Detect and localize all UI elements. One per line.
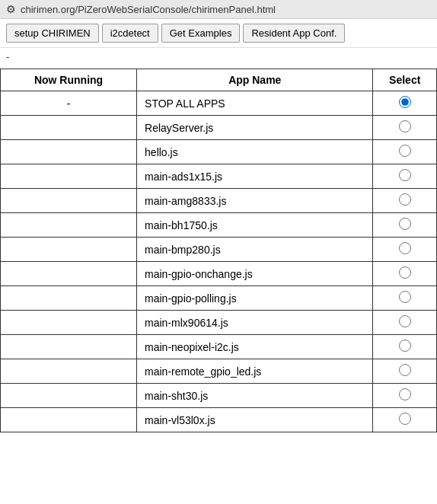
select-radio[interactable] xyxy=(399,266,411,279)
table-row: main-mlx90614.js xyxy=(1,311,437,335)
cell-now-running xyxy=(1,335,137,359)
cell-select[interactable] xyxy=(373,213,437,238)
header-select: Select xyxy=(373,69,437,91)
header-app-name: App Name xyxy=(137,69,373,91)
cell-select[interactable] xyxy=(373,286,437,311)
cell-now-running xyxy=(1,164,137,189)
table-row: main-bh1750.js xyxy=(1,213,437,238)
title-bar: ⚙ chirimen.org/PiZeroWebSerialConsole/ch… xyxy=(0,0,437,19)
select-radio[interactable] xyxy=(399,145,411,157)
cell-now-running xyxy=(1,408,137,432)
page-url: chirimen.org/PiZeroWebSerialConsole/chir… xyxy=(21,4,276,15)
select-radio[interactable] xyxy=(399,218,411,230)
cell-app-name: main-gpio-polling.js xyxy=(137,286,373,311)
cell-app-name: main-amg8833.js xyxy=(137,189,373,213)
table-row: main-gpio-onchange.js xyxy=(1,262,437,286)
table-row: main-sht30.js xyxy=(1,384,437,408)
cell-now-running: - xyxy=(1,91,137,116)
cell-now-running xyxy=(1,384,137,408)
cell-select[interactable] xyxy=(373,238,437,262)
cell-select[interactable] xyxy=(373,91,437,116)
select-radio[interactable] xyxy=(399,364,411,376)
cell-now-running xyxy=(1,238,137,262)
cell-app-name: main-mlx90614.js xyxy=(137,311,373,335)
table-row: main-remote_gpio_led.js xyxy=(1,359,437,384)
cell-select[interactable] xyxy=(373,335,437,359)
cell-app-name: STOP ALL APPS xyxy=(137,91,373,116)
cell-app-name: main-bmp280.js xyxy=(137,238,373,262)
cell-app-name: main-neopixel-i2c.js xyxy=(137,335,373,359)
select-radio[interactable] xyxy=(399,291,411,303)
cell-select[interactable] xyxy=(373,189,437,213)
cell-now-running xyxy=(1,286,137,311)
select-radio[interactable] xyxy=(399,242,411,254)
dash-separator: - xyxy=(0,48,437,65)
table-row: main-ads1x15.js xyxy=(1,164,437,189)
cell-select[interactable] xyxy=(373,164,437,189)
get-examples-button[interactable]: Get Examples xyxy=(161,24,241,43)
settings-icon: ⚙ xyxy=(6,3,16,15)
select-radio[interactable] xyxy=(399,388,411,400)
cell-app-name: main-bh1750.js xyxy=(137,213,373,238)
cell-now-running xyxy=(1,189,137,213)
cell-select[interactable] xyxy=(373,408,437,432)
select-radio[interactable] xyxy=(399,315,411,327)
table-row: main-neopixel-i2c.js xyxy=(1,335,437,359)
table-row: main-gpio-polling.js xyxy=(1,286,437,311)
select-radio[interactable] xyxy=(399,413,411,425)
select-radio[interactable] xyxy=(399,193,411,206)
cell-select[interactable] xyxy=(373,359,437,384)
header-now-running: Now Running xyxy=(1,69,137,91)
cell-now-running xyxy=(1,140,137,164)
select-radio[interactable] xyxy=(399,96,411,108)
select-radio[interactable] xyxy=(399,340,411,352)
select-radio[interactable] xyxy=(399,169,411,181)
cell-select[interactable] xyxy=(373,384,437,408)
cell-app-name: main-ads1x15.js xyxy=(137,164,373,189)
cell-now-running xyxy=(1,116,137,140)
select-radio[interactable] xyxy=(399,120,411,132)
cell-now-running xyxy=(1,359,137,384)
resident-app-conf-button[interactable]: Resident App Conf. xyxy=(243,24,345,43)
table-row: main-vl53l0x.js xyxy=(1,408,437,432)
app-table: Now Running App Name Select -STOP ALL AP… xyxy=(0,69,437,432)
i2cdetect-button[interactable]: i2cdetect xyxy=(102,24,158,43)
cell-app-name: main-vl53l0x.js xyxy=(137,408,373,432)
table-row: hello.js xyxy=(1,140,437,164)
cell-select[interactable] xyxy=(373,311,437,335)
cell-app-name: main-gpio-onchange.js xyxy=(137,262,373,286)
table-row: -STOP ALL APPS xyxy=(1,91,437,116)
cell-app-name: RelayServer.js xyxy=(137,116,373,140)
cell-select[interactable] xyxy=(373,116,437,140)
setup-chirimen-button[interactable]: setup CHIRIMEN xyxy=(6,24,99,43)
cell-now-running xyxy=(1,262,137,286)
toolbar: setup CHIRIMENi2cdetectGet ExamplesResid… xyxy=(0,19,437,48)
cell-select[interactable] xyxy=(373,262,437,286)
cell-app-name: main-remote_gpio_led.js xyxy=(137,359,373,384)
cell-app-name: main-sht30.js xyxy=(137,384,373,408)
cell-now-running xyxy=(1,311,137,335)
table-row: main-bmp280.js xyxy=(1,238,437,262)
table-row: RelayServer.js xyxy=(1,116,437,140)
cell-now-running xyxy=(1,213,137,238)
cell-app-name: hello.js xyxy=(137,140,373,164)
table-row: main-amg8833.js xyxy=(1,189,437,213)
cell-select[interactable] xyxy=(373,140,437,164)
